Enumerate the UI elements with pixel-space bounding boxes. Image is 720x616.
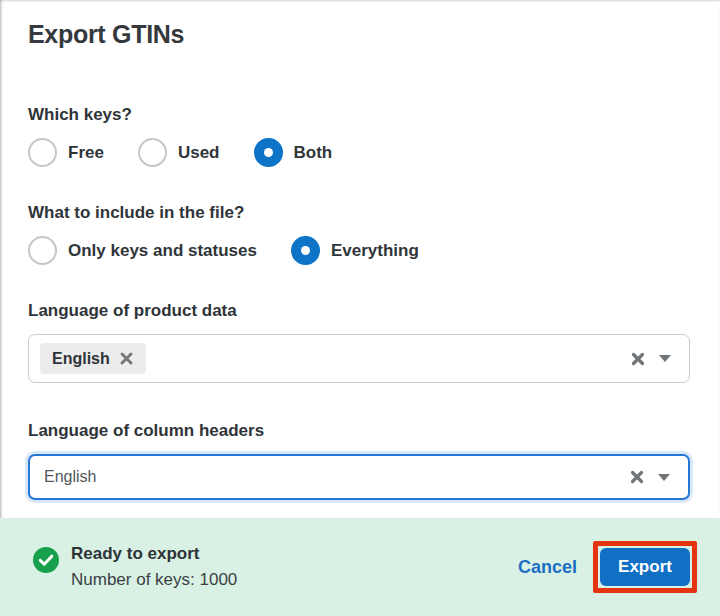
remove-chip-x-icon[interactable] [119, 351, 134, 366]
status-text: Ready to export Number of keys: 1000 [71, 544, 237, 590]
which-keys-label: Which keys? [28, 105, 690, 125]
radio-selected-icon[interactable] [254, 138, 283, 167]
radio-label: Both [294, 143, 333, 163]
status-detail: Number of keys: 1000 [71, 570, 237, 590]
radio-label: Only keys and statuses [68, 241, 257, 261]
radio-unselected-icon[interactable] [28, 138, 57, 167]
product-language-select[interactable]: English [28, 334, 690, 383]
header-language-label: Language of column headers [28, 421, 690, 441]
include-label: What to include in the file? [28, 203, 690, 223]
radio-label: Used [178, 143, 220, 163]
radio-selected-icon[interactable] [291, 236, 320, 265]
chevron-down-icon[interactable] [659, 355, 671, 362]
include-section: What to include in the file? Only keys a… [28, 203, 690, 265]
select-controls [630, 351, 671, 367]
export-gtins-dialog: Export GTINs Which keys? Free Used Both … [0, 0, 720, 500]
radio-option-only-keys-and-statuses[interactable]: Only keys and statuses [28, 236, 257, 265]
export-button[interactable]: Export [600, 548, 690, 586]
include-radio-group: Only keys and statuses Everything [28, 236, 690, 265]
footer-actions: Cancel Export [518, 541, 697, 593]
cancel-button[interactable]: Cancel [518, 557, 577, 578]
chevron-down-icon[interactable] [658, 474, 670, 481]
selected-language-chip: English [40, 343, 146, 374]
header-language-section: Language of column headers English [28, 421, 690, 500]
radio-option-both[interactable]: Both [254, 138, 333, 167]
radio-option-free[interactable]: Free [28, 138, 104, 167]
radio-unselected-icon[interactable] [28, 236, 57, 265]
radio-option-used[interactable]: Used [138, 138, 220, 167]
clear-x-icon[interactable] [630, 351, 646, 367]
success-check-icon [33, 547, 59, 577]
radio-label: Everything [331, 241, 419, 261]
product-language-section: Language of product data English [28, 301, 690, 383]
chip-label: English [52, 350, 110, 368]
radio-option-everything[interactable]: Everything [291, 236, 419, 265]
status-title: Ready to export [71, 544, 237, 564]
footer-status-bar: Ready to export Number of keys: 1000 Can… [0, 518, 720, 616]
header-language-select[interactable]: English [28, 454, 690, 500]
select-controls [629, 469, 670, 485]
select-value: English [44, 468, 96, 486]
page-title: Export GTINs [28, 20, 690, 49]
export-button-highlight: Export [593, 541, 697, 593]
product-language-label: Language of product data [28, 301, 690, 321]
radio-label: Free [68, 143, 104, 163]
clear-x-icon[interactable] [629, 469, 645, 485]
which-keys-radio-group: Free Used Both [28, 138, 690, 167]
export-status: Ready to export Number of keys: 1000 [33, 544, 237, 590]
which-keys-section: Which keys? Free Used Both [28, 105, 690, 167]
radio-unselected-icon[interactable] [138, 138, 167, 167]
